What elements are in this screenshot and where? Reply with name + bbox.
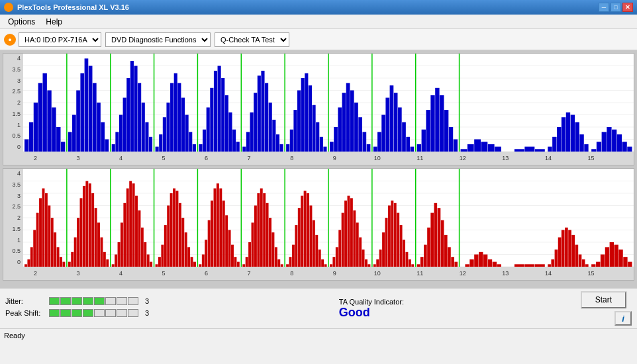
jitter-seg-3 bbox=[72, 297, 82, 305]
bottom-chart-canvas-area bbox=[23, 169, 634, 267]
device-selector: ● HA:0 ID:0 PX-716A bbox=[4, 32, 101, 47]
jitter-seg-7 bbox=[117, 297, 127, 305]
status-text: Ready bbox=[4, 332, 25, 340]
peak-seg-7 bbox=[117, 309, 127, 317]
jitter-seg-1 bbox=[49, 297, 60, 305]
menu-options[interactable]: Options bbox=[3, 16, 40, 28]
jitter-seg-8 bbox=[128, 297, 138, 305]
maximize-button[interactable]: □ bbox=[611, 3, 621, 12]
peak-seg-5 bbox=[94, 309, 105, 317]
jitter-seg-6 bbox=[105, 297, 116, 305]
jitter-row: Jitter: 3 bbox=[5, 297, 149, 305]
peak-seg-1 bbox=[49, 309, 60, 317]
peak-shift-row: Peak Shift: 3 bbox=[5, 309, 149, 317]
minimize-button[interactable]: ─ bbox=[599, 3, 609, 12]
title-bar: PlexTools Professional XL V3.16 ─ □ ✕ bbox=[0, 0, 637, 15]
bottom-chart: 4 3.5 3 2.5 2 1.5 1 0.5 0 2 3 4 5 6 7 8 … bbox=[3, 168, 634, 281]
ta-quality-label: TA Quality Indicator: bbox=[339, 298, 404, 306]
function-dropdown[interactable]: DVD Diagnostic Functions bbox=[105, 32, 211, 47]
device-icon: ● bbox=[4, 34, 16, 46]
top-chart-y-axis: 4 3.5 3 2.5 2 1.5 1 0.5 0 bbox=[3, 54, 23, 152]
jitter-value: 3 bbox=[145, 297, 149, 305]
top-chart: 4 3.5 3 2.5 2 1.5 1 0.5 0 2 3 4 5 6 7 8 … bbox=[3, 53, 634, 165]
test-dropdown[interactable]: Q-Check TA Test bbox=[215, 32, 289, 47]
ta-quality: TA Quality Indicator: Good bbox=[339, 298, 404, 320]
jitter-seg-2 bbox=[60, 297, 71, 305]
bottom-chart-canvas bbox=[23, 169, 634, 267]
jitter-seg-5 bbox=[94, 297, 105, 305]
action-buttons: Start i bbox=[581, 291, 632, 326]
ta-quality-value: Good bbox=[339, 306, 370, 320]
peak-shift-value: 3 bbox=[145, 309, 149, 317]
window-title: PlexTools Professional XL V3.16 bbox=[17, 3, 129, 11]
bottom-chart-x-axis: 2 3 4 5 6 7 8 9 10 11 12 13 14 15 bbox=[23, 267, 634, 280]
peak-seg-3 bbox=[72, 309, 82, 317]
device-dropdown[interactable]: HA:0 ID:0 PX-716A bbox=[19, 32, 101, 47]
bottom-chart-y-axis: 4 3.5 3 2.5 2 1.5 1 0.5 0 bbox=[3, 169, 23, 267]
meter-controls: Jitter: 3 Peak Shift: bbox=[5, 297, 149, 320]
peak-seg-2 bbox=[60, 309, 71, 317]
toolbar: ● HA:0 ID:0 PX-716A DVD Diagnostic Funct… bbox=[0, 29, 637, 50]
jitter-label: Jitter: bbox=[5, 297, 45, 305]
jitter-meter bbox=[49, 297, 138, 305]
close-button[interactable]: ✕ bbox=[622, 3, 633, 12]
charts-area: 4 3.5 3 2.5 2 1.5 1 0.5 0 2 3 4 5 6 7 8 … bbox=[0, 50, 637, 289]
app-icon bbox=[4, 3, 13, 12]
top-chart-x-axis: 2 3 4 5 6 7 8 9 10 11 12 13 14 15 bbox=[23, 152, 634, 165]
controls-row: Jitter: 3 Peak Shift: bbox=[0, 289, 637, 328]
menu-help[interactable]: Help bbox=[40, 16, 68, 28]
window-controls: ─ □ ✕ bbox=[599, 3, 633, 12]
info-button[interactable]: i bbox=[614, 311, 632, 326]
status-bar: Ready bbox=[0, 328, 637, 341]
start-button[interactable]: Start bbox=[581, 291, 626, 308]
top-chart-canvas-area bbox=[23, 54, 634, 152]
peak-shift-label: Peak Shift: bbox=[5, 309, 45, 317]
peak-shift-meter bbox=[49, 309, 138, 317]
peak-seg-8 bbox=[128, 309, 138, 317]
top-chart-canvas bbox=[23, 54, 634, 152]
jitter-seg-4 bbox=[83, 297, 93, 305]
peak-seg-6 bbox=[105, 309, 116, 317]
peak-seg-4 bbox=[83, 309, 93, 317]
menu-bar: Options Help bbox=[0, 15, 637, 29]
